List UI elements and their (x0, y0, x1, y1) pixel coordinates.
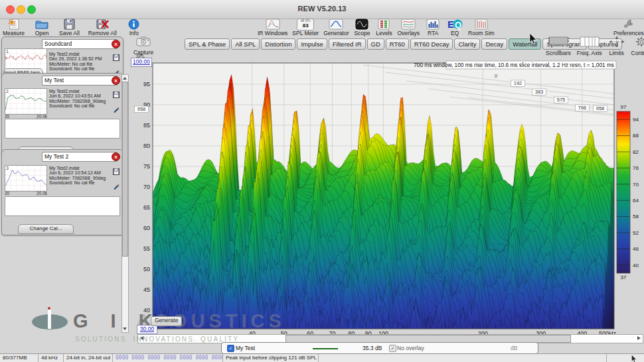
preferences-button[interactable]: Preferences (613, 19, 644, 36)
measurement-card-my-test[interactable]: My Testx22020.0kMy Test2.mdatJun 6, 2022… (1, 73, 123, 158)
save-measurement-icon[interactable] (113, 166, 120, 178)
toolbar-item-label: Scope (354, 30, 370, 36)
eq-button[interactable]: EQEQ (446, 19, 463, 36)
freq-axis-icon (580, 36, 600, 50)
tab-waterfall[interactable]: Waterfall (509, 38, 541, 50)
status-bit-depth: 24-bit in, 24-bit out (64, 354, 113, 362)
overlays-button[interactable]: Overlays (397, 19, 420, 36)
ir-windows-button[interactable]: IR Windows (258, 19, 287, 36)
spl-meter-button[interactable]: dB SPL83SPL Meter (292, 19, 319, 36)
levels-icon (375, 19, 392, 30)
toolbar-item-label: IR Windows (258, 30, 287, 36)
scope-button[interactable]: Scope (353, 19, 370, 36)
tab-all-spl[interactable]: All SPL (231, 38, 260, 50)
scroll-left-arrow-icon[interactable] (140, 336, 143, 340)
status-channel-meters: 0000 0000 0000 0000 0000 0000 0000 0000 (113, 354, 223, 362)
toolbar-item-label: Levels (376, 30, 392, 36)
generator-icon (327, 19, 345, 30)
trace-level-value: 35.3 dB (362, 345, 382, 351)
tab-rt60[interactable]: RT60 (386, 38, 409, 50)
measurement-index: 2 (6, 89, 9, 93)
title-bar: REW V5.20.13 (0, 0, 644, 19)
change-cal-button[interactable]: Change Cal... (18, 224, 74, 234)
delete-measurement-icon[interactable]: x (112, 152, 120, 161)
edit-measurement-icon[interactable] (113, 103, 120, 115)
preferences-button[interactable]: Preferences (613, 19, 644, 36)
trace-checkbox[interactable]: ✓ (227, 345, 234, 352)
sidebar-scroll-thumb[interactable] (122, 82, 128, 257)
svg-text:58: 58 (633, 213, 639, 219)
freq-min-limit-field[interactable]: 30.00 (137, 325, 157, 334)
scope-icon (353, 19, 370, 30)
scroll-right-arrow-icon[interactable] (637, 336, 641, 340)
toolbar-left-group: MeasureOpenSave AllRemove AllInfo (3, 19, 143, 36)
tab-gd[interactable]: GD (367, 38, 384, 50)
scroll-down-arrow-icon[interactable] (123, 328, 127, 330)
save-measurement-icon[interactable] (113, 52, 120, 64)
save-all-icon (60, 19, 78, 30)
camera-icon (136, 36, 151, 46)
tab-clarity[interactable]: Clarity (454, 38, 480, 50)
svg-text:958: 958 (596, 105, 605, 111)
svg-text:45: 45 (143, 286, 150, 293)
save-all-button[interactable]: Save All (59, 19, 80, 36)
delete-measurement-icon[interactable]: x (112, 40, 120, 48)
svg-text:46: 46 (633, 246, 639, 252)
svg-text:52: 52 (633, 230, 639, 236)
toolbar-item-label: Preferences (613, 30, 644, 36)
levels-button[interactable]: Levels (375, 19, 392, 36)
scrollbars-icon (546, 36, 570, 50)
tab-spl-phase[interactable]: SPL & Phase (185, 38, 230, 50)
ir-windows-icon (264, 19, 282, 30)
generate-button[interactable]: Generate (151, 316, 182, 326)
measure-button[interactable]: Measure (3, 19, 25, 36)
toolbar-right-group: IR WindowsdB SPL83SPL MeterGeneratorScop… (258, 19, 495, 36)
svg-text:97: 97 (621, 104, 627, 110)
open-icon (33, 19, 50, 30)
measurement-name-field[interactable]: My Test (42, 76, 118, 86)
toolbar-item-label: Room Sim (468, 30, 495, 36)
no-overlay-checkbox[interactable]: ✓ (389, 345, 396, 352)
toolbar-item-label: Info (129, 30, 139, 36)
toolbar-item-label: Generator (323, 30, 349, 36)
measurement-info: My Test2.mdatJun 6, 2022 10:43:51 AMMic/… (49, 89, 106, 109)
toolbar-item-label: EQ (451, 30, 459, 36)
measurement-thumbnail (5, 165, 47, 192)
tab-decay[interactable]: Decay (481, 38, 507, 50)
measurement-card-my-test-2[interactable]: My Test 2x32020.0kMy Test2.mdatJun 6, 20… (1, 149, 123, 235)
tab-filtered-ir[interactable]: Filtered IR (329, 38, 366, 50)
tab-distortion[interactable]: Distortion (261, 38, 295, 50)
tab-rt60-decay[interactable]: RT60 Decay (410, 38, 453, 50)
rta-button[interactable]: RTA (424, 19, 442, 36)
svg-text:40: 40 (633, 263, 639, 269)
save-measurement-icon[interactable] (113, 89, 120, 101)
delete-measurement-icon[interactable]: x (112, 76, 120, 85)
waterfall-plot[interactable]: 9590858075706560555045404050607080901002… (129, 53, 644, 353)
room-sim-button[interactable]: Room Sim (468, 19, 495, 36)
sidebar-scrollbar[interactable] (121, 74, 129, 333)
toolbar-item-label: Overlays (397, 30, 420, 36)
svg-text:700 ms window, 100 ms rise tim: 700 ms window, 100 ms rise time, 10.6 ms… (414, 62, 614, 68)
remove-all-button[interactable]: Remove All (88, 19, 117, 36)
svg-text:383: 383 (535, 89, 544, 95)
scroll-up-arrow-icon[interactable] (123, 77, 127, 80)
info-button[interactable]: Info (125, 19, 143, 36)
room-sim-icon (473, 19, 490, 30)
edit-measurement-icon[interactable] (113, 180, 120, 192)
measurement-name-field[interactable]: Soundcard (42, 39, 118, 49)
measurement-name-field[interactable]: My Test 2 (42, 152, 118, 162)
toolbar-item-label: SPL Meter (292, 30, 319, 36)
measurement-notes-field[interactable] (5, 119, 120, 139)
main-toolbar: MeasureOpenSave AllRemove AllInfo IR Win… (0, 19, 644, 37)
open-button[interactable]: Open (33, 19, 50, 36)
thumbnail-axis-labels: 2020.0k (5, 191, 47, 196)
svg-text:76: 76 (633, 165, 639, 171)
tab-impulse[interactable]: Impulse (297, 38, 327, 50)
svg-text:50: 50 (143, 266, 150, 272)
spl-top-limit-field[interactable]: 100.00 (131, 58, 152, 67)
measurement-notes-field[interactable] (5, 196, 120, 216)
generator-button[interactable]: Generator (323, 19, 349, 36)
remove-all-icon (94, 19, 111, 30)
svg-text:55: 55 (143, 245, 150, 252)
status-empty (319, 354, 607, 362)
